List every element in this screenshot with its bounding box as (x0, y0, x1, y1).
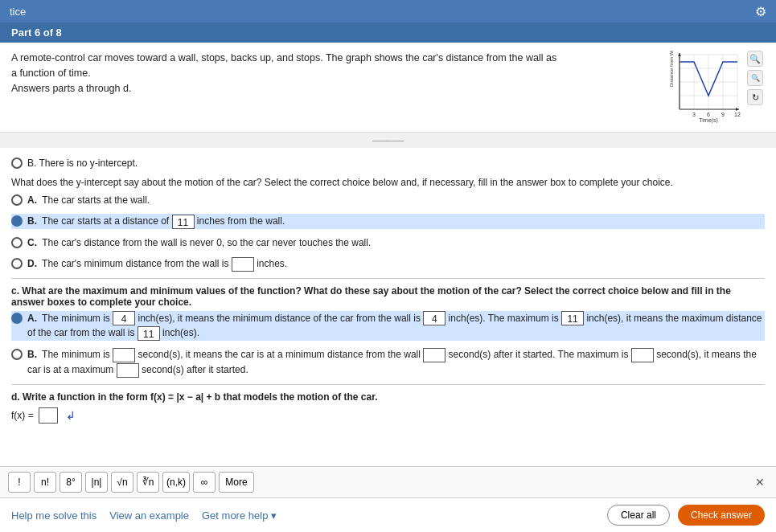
b-choice-c-radio[interactable] (11, 237, 23, 248)
top-bar: tice ⚙ (0, 0, 776, 23)
zoom-in-icon[interactable]: 🔍 (747, 51, 763, 67)
math-btn-degree[interactable]: 8° (60, 472, 82, 493)
problem-description: A remote-control car moves toward a wall… (11, 51, 558, 96)
bottom-buttons: Clear all Check answer (607, 505, 765, 526)
c-min-box: 4 (113, 311, 135, 325)
graph-icons: 🔍 🔍 ↻ (747, 51, 763, 105)
b-question: What does the y-intercept say about the … (11, 177, 765, 188)
divider-c (11, 278, 765, 279)
b-choice-b: B. The car starts at a distance of 11 in… (11, 214, 765, 229)
svg-text:Time(s): Time(s) (699, 117, 717, 123)
b-choice-d: D. The car's minimum distance from the w… (11, 256, 765, 272)
main-container: Part 6 of 8 A remote-control car moves t… (0, 23, 776, 532)
b-choice-c-label: C. The car's distance from the wall is n… (27, 235, 371, 250)
c-choice-b-radio[interactable] (11, 349, 23, 360)
divider-d (11, 384, 765, 385)
b-choice-a-label: A. The car starts at the wall. (27, 193, 150, 207)
c-max-box: 11 (561, 311, 584, 325)
example-link[interactable]: View an example (109, 509, 189, 522)
top-bar-text: tice (10, 6, 26, 18)
b-d-box[interactable] (232, 257, 254, 272)
graph-svg: 3 6 9 12 Distance from Wall (in.) Time(s… (665, 51, 745, 125)
svg-text:9: 9 (721, 112, 725, 117)
refresh-icon[interactable]: ↻ (747, 89, 763, 105)
svg-text:Distance from Wall (in.): Distance from Wall (in.) (669, 51, 674, 87)
d-function-row: f(x) = ↲ (11, 407, 765, 424)
b-no-intercept-choice: B. There is no y-intercept. (11, 156, 765, 170)
c-b-max-box2[interactable] (117, 363, 139, 378)
b-choice-c: C. The car's distance from the wall is n… (11, 235, 765, 250)
d-function-input[interactable] (39, 407, 58, 424)
zoom-out-icon[interactable]: 🔍 (747, 70, 763, 86)
math-btn-nfact[interactable]: n! (34, 472, 56, 493)
c-choice-b-label: B. The minimum is second(s), it means th… (27, 347, 765, 378)
svg-text:6: 6 (707, 112, 710, 117)
c-choice-a: A. The minimum is 4 inch(es), it means t… (11, 311, 765, 342)
math-btn-abs[interactable]: |n| (85, 472, 108, 493)
gear-icon[interactable]: ⚙ (755, 4, 766, 19)
graph-area: 3 6 9 12 Distance from Wall (in.) Time(s… (660, 51, 765, 125)
problem-text: A remote-control car moves toward a wall… (11, 51, 558, 99)
problem-section: A remote-control car moves toward a wall… (0, 43, 776, 133)
math-btn-more[interactable]: More (219, 472, 254, 493)
b-choice-d-radio[interactable] (11, 258, 23, 269)
d-label: d. Write a function in the form f(x) = |… (11, 391, 765, 403)
c-choice-a-radio[interactable] (11, 313, 23, 324)
math-toolbar: ! n! 8° |n| √n ∛n (n,k) ∞ More ✕ (0, 466, 776, 497)
c-question: c. What are the maximum and minimum valu… (11, 285, 765, 308)
math-btn-inf[interactable]: ∞ (193, 472, 216, 493)
clear-all-button[interactable]: Clear all (607, 505, 670, 526)
math-btn-cbrt[interactable]: ∛n (137, 472, 159, 493)
content-area: B. There is no y-intercept. What does th… (0, 148, 776, 466)
c-b-min-box[interactable] (113, 348, 135, 362)
d-cursor: ↲ (66, 409, 76, 422)
bottom-bar: Help me solve this View an example Get m… (0, 497, 776, 532)
c-choice-b: B. The minimum is second(s), it means th… (11, 347, 765, 378)
help-link[interactable]: Help me solve this (11, 509, 96, 522)
check-answer-button[interactable]: Check answer (678, 505, 765, 526)
svg-text:3: 3 (692, 112, 696, 117)
math-btn-sqrt[interactable]: √n (111, 472, 133, 493)
math-btn-excl[interactable]: ! (8, 472, 31, 493)
c-min-box2: 4 (423, 311, 445, 325)
math-btn-nk[interactable]: (n,k) (162, 472, 190, 493)
b-choice-b-label: B. The car starts at a distance of 11 in… (27, 214, 285, 229)
c-b-max-box[interactable] (631, 348, 654, 362)
c-choice-a-label: A. The minimum is 4 inch(es), it means t… (27, 311, 765, 342)
b-choice-a: A. The car starts at the wall. (11, 193, 765, 207)
bottom-links: Help me solve this View an example Get m… (11, 509, 277, 522)
d-function-prefix: f(x) = (11, 410, 34, 421)
svg-text:12: 12 (734, 112, 741, 117)
b-no-intercept-radio[interactable] (11, 158, 23, 169)
b-choice-d-label: D. The car's minimum distance from the w… (27, 256, 287, 272)
c-max-box2: 11 (138, 326, 160, 341)
part-header: Part 6 of 8 (0, 23, 776, 43)
more-help-link[interactable]: Get more help ▾ (202, 509, 277, 522)
c-b-min-box2[interactable] (423, 348, 445, 362)
b-choice-b-radio[interactable] (11, 215, 23, 227)
toolbar-close-btn[interactable]: ✕ (752, 474, 768, 490)
b-no-intercept-text: B. There is no y-intercept. (27, 156, 138, 170)
b-value-box: 11 (172, 215, 195, 229)
b-choice-a-radio[interactable] (11, 194, 23, 206)
